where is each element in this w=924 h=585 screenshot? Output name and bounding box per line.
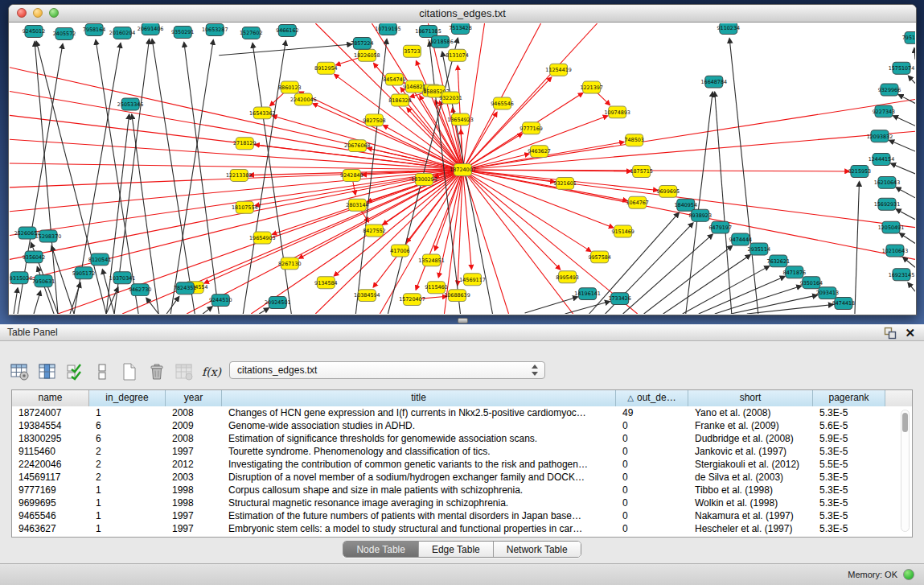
network-node[interactable]: 8267130 [278,257,301,270]
network-node[interactable]: 9474444 [729,233,752,245]
table-settings-icon[interactable] [10,361,31,382]
network-node[interactable]: 10719195 [375,23,401,35]
network-node[interactable]: 12444154 [869,154,895,166]
network-edge[interactable] [463,23,485,170]
network-node[interactable]: 7950631 [32,275,55,287]
network-node[interactable]: 9699695 [656,185,679,197]
network-node[interactable]: 9329966 [878,84,901,96]
network-edge[interactable] [908,282,915,291]
network-edge[interactable] [909,76,915,83]
network-node[interactable]: 14569117 [459,274,486,286]
network-edge[interactable] [299,170,463,258]
network-node[interactable]: 2935114 [748,243,770,255]
table-row[interactable]: 2242004622012Investigating the contribut… [12,458,912,471]
network-node[interactable]: 16543362 [249,107,276,119]
network-edge[interactable] [463,170,561,270]
network-node[interactable]: 10653287 [202,23,228,35]
column-header-name[interactable]: name [12,390,89,406]
network-node[interactable]: 8860123 [278,81,301,93]
network-node[interactable]: 9350291 [171,26,194,38]
network-node[interactable]: 15751074 [889,62,915,74]
network-node[interactable]: 25053346 [117,98,144,110]
network-node[interactable]: 7951062 [902,31,915,43]
network-node[interactable]: 12093832 [867,130,893,142]
column-header-short[interactable]: short [688,390,813,406]
network-node[interactable]: 14196141 [574,288,601,300]
network-node[interactable]: 18226058 [354,49,380,61]
network-node[interactable]: 1875715 [630,166,652,178]
network-edge[interactable] [891,163,915,174]
network-node[interactable]: 19315026 [10,272,32,284]
network-node[interactable]: 9465546 [491,97,513,109]
function-builder-icon[interactable]: f(x) [201,361,222,382]
network-node[interactable]: 9244510 [209,295,232,307]
table-selector-dropdown[interactable]: citations_edges.txt [229,361,545,379]
network-node[interactable]: 9827508 [363,114,385,126]
network-node[interactable]: 35723 [403,45,421,57]
network-node[interactable]: 9151469 [611,225,634,237]
network-node[interactable]: 9134584 [314,277,337,289]
network-node[interactable]: 9245012 [23,25,45,37]
column-header-year[interactable]: year [166,390,222,406]
network-edge[interactable] [663,255,750,314]
network-node[interactable]: 1733426 [608,293,630,305]
network-node[interactable]: 19654903 [249,232,276,244]
network-node[interactable]: 8474418 [832,298,855,310]
network-node[interactable]: 16648784 [700,76,727,88]
network-edge[interactable] [10,170,463,283]
network-node[interactable]: 18107554 [232,201,258,213]
network-node[interactable]: 9115460 [425,282,447,294]
network-node[interactable]: 8938923 [689,209,712,221]
table-row[interactable]: 1830029562008Estimation of significance … [12,432,912,445]
column-header-in_degree[interactable]: in_degree [89,390,166,406]
column-header-title[interactable]: title [222,390,616,406]
network-edge[interactable] [525,297,578,313]
network-node[interactable]: 2803144 [346,199,368,211]
network-node[interactable]: 7857224 [351,37,373,49]
toggle-rows-icon[interactable] [92,361,113,382]
network-node[interactable]: 9227343 [873,105,895,117]
select-columns-icon[interactable] [37,361,58,382]
network-canvas[interactable]: 1872400781310743572318226058891295488601… [10,23,915,314]
network-window-titlebar[interactable]: citations_edges.txt [9,5,916,23]
network-edge[interactable] [463,170,638,314]
network-edge[interactable] [184,43,219,314]
network-edge[interactable] [900,233,915,244]
network-edge[interactable] [896,209,915,220]
network-node[interactable]: 7958164 [83,23,105,35]
network-edge[interactable] [893,116,915,126]
network-node[interactable]: 8186328 [388,94,411,106]
network-node[interactable]: 9957584 [588,251,610,263]
splitter-handle[interactable] [458,318,468,323]
network-node[interactable]: 9466162 [276,24,298,36]
network-node[interactable]: 15692931 [874,198,901,210]
network-edge[interactable] [203,307,212,314]
network-node[interactable]: 5905172 [72,267,95,279]
table-row[interactable]: 1456911722003Disruption of a novel membe… [12,471,912,484]
network-node[interactable]: 6479197 [709,221,732,233]
network-node[interactable]: 8120541 [88,253,111,266]
network-edge[interactable] [914,48,915,60]
table-row[interactable]: 911546021997Tourette syndrome. Phenomeno… [12,445,912,458]
network-edge[interactable] [715,92,732,314]
network-node[interactable]: 8471876 [783,266,806,278]
import-table-icon[interactable] [174,361,195,382]
network-edge[interactable] [35,42,58,314]
network-node[interactable]: 20160204 [109,27,136,39]
network-node[interactable]: 1064767 [626,196,648,208]
network-node[interactable]: 8427552 [363,225,385,237]
network-node[interactable]: 2093413 [816,287,839,299]
network-edge[interactable] [10,163,463,170]
network-node[interactable]: 16210643 [874,176,901,188]
network-node[interactable]: 7824351 [174,282,196,295]
network-edge[interactable] [683,266,770,314]
network-node[interactable]: 11254419 [545,64,572,76]
network-node[interactable]: 20924501 [265,297,291,309]
network-node[interactable]: 15720407 [399,294,425,306]
table-vertical-scrollbar[interactable] [901,410,910,532]
network-node[interactable]: 22420046 [290,93,317,105]
network-edge[interactable] [623,234,713,314]
scrollbar-thumb[interactable] [902,413,908,432]
network-edge[interactable] [170,40,213,314]
delete-table-icon[interactable] [146,361,167,382]
